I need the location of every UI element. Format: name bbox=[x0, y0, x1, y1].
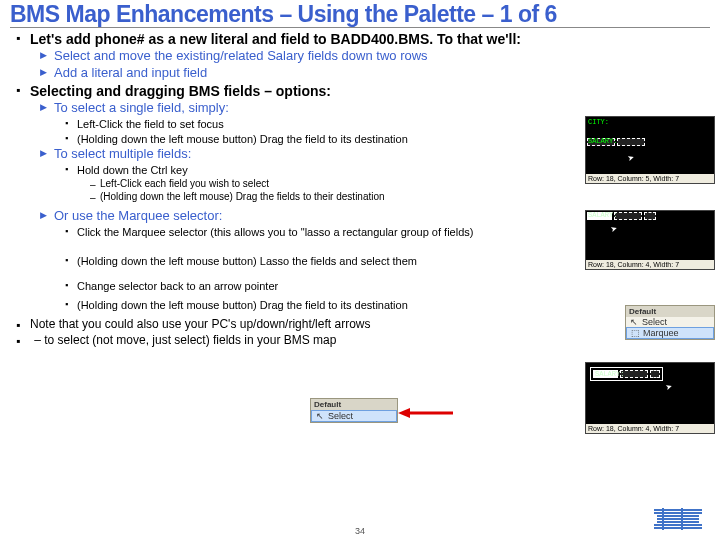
screenshot-multi-select: SALARY: ➤ Row: 18, Column: 4, Width: 7 bbox=[585, 210, 715, 270]
select-icon: ↖ bbox=[629, 317, 639, 327]
bullet-selecting: Selecting and dragging BMS fields – opti… bbox=[16, 82, 710, 100]
slide-title: BMS Map Enhancements – Using the Palette… bbox=[10, 0, 710, 28]
red-arrow-icon bbox=[398, 405, 458, 421]
content-list: Let's add phone# as a new literal and fi… bbox=[10, 30, 710, 348]
select-icon: ↖ bbox=[315, 411, 325, 421]
palette-marquee: Default ↖Select ⬚Marquee bbox=[625, 305, 715, 340]
screenshot-lasso: SALARY: ➤ Row: 18, Column: 4, Width: 7 bbox=[585, 362, 715, 434]
palette-select: Default ↖Select bbox=[310, 398, 398, 423]
bullet-marquee-c: Change selector back to an arrow pointer bbox=[65, 279, 710, 293]
screenshot-single-select: CITY: SALARY: ➤ Row: 18, Column: 5, Widt… bbox=[585, 116, 715, 184]
bullet-intro-step-a: Select and move the existing/related Sal… bbox=[40, 48, 710, 65]
footnote-1: Note that you could also use your PC's u… bbox=[16, 317, 710, 333]
bullet-marquee-d: (Holding down the left mouse button) Dra… bbox=[65, 298, 710, 312]
bullet-multi-a2: (Holding down the left mouse) Drag the f… bbox=[90, 190, 710, 203]
bullet-intro-step-b: Add a literal and input field bbox=[40, 65, 710, 82]
page-number: 34 bbox=[0, 526, 720, 536]
svg-marker-1 bbox=[398, 408, 410, 418]
bullet-intro: Let's add phone# as a new literal and fi… bbox=[16, 30, 710, 48]
cursor-icon: ➤ bbox=[626, 151, 636, 165]
ibm-logo bbox=[654, 508, 702, 530]
bullet-single: To select a single field, simply: bbox=[40, 100, 710, 117]
footnote-2: ▪– to select (not move, just select) fie… bbox=[16, 333, 710, 349]
marquee-icon: ⬚ bbox=[630, 328, 640, 338]
